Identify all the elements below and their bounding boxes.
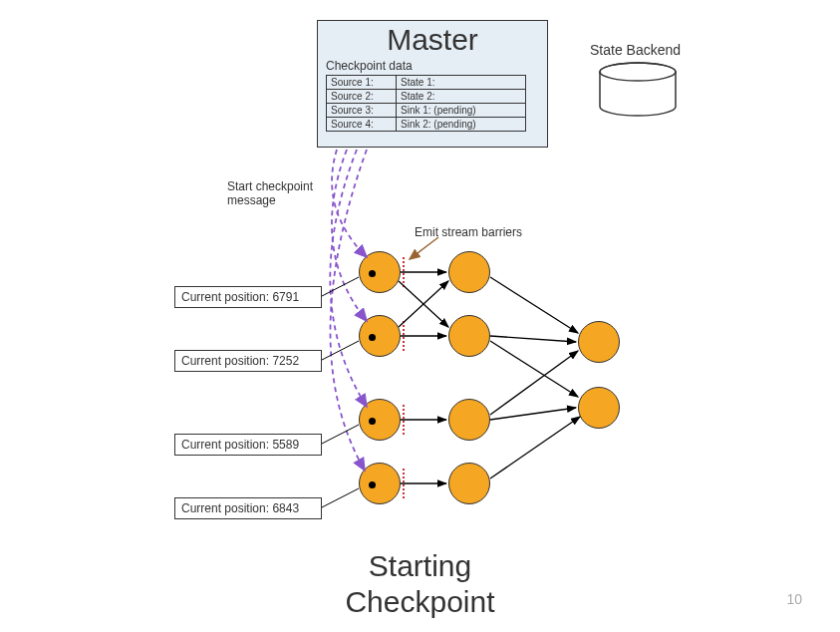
barrier-tick-icon xyxy=(403,469,405,498)
edge xyxy=(490,277,578,333)
source-node xyxy=(359,399,401,441)
table-cell: State 1: xyxy=(397,76,526,90)
barrier-tick-icon xyxy=(403,405,405,435)
table-cell: Sink 2: (pending) xyxy=(397,118,526,132)
edge xyxy=(399,281,448,327)
source-node xyxy=(359,463,401,504)
operator-node xyxy=(448,399,490,441)
checkpoint-data-label: Checkpoint data xyxy=(318,59,547,75)
operator-node xyxy=(448,315,490,357)
position-box: Current position: 5589 xyxy=(174,434,322,456)
edge xyxy=(490,351,578,415)
sink-node xyxy=(578,387,620,429)
edge xyxy=(399,281,448,327)
checkpoint-arrow xyxy=(332,150,367,321)
table-cell: Sink 1: (pending) xyxy=(397,104,526,118)
position-box: Current position: 6791 xyxy=(174,286,322,308)
barrier-tick-icon xyxy=(403,257,405,287)
source-node xyxy=(359,315,401,357)
start-checkpoint-label: Start checkpoint message xyxy=(227,179,313,208)
emit-barrier-arrow xyxy=(410,237,438,259)
table-row: Source 1: State 1: xyxy=(327,76,526,90)
edge xyxy=(490,417,580,478)
pointer-line xyxy=(322,425,359,444)
pointer-line xyxy=(322,488,359,507)
table-cell: Source 4: xyxy=(327,118,397,132)
edge xyxy=(490,341,578,397)
sink-node xyxy=(578,321,620,363)
table-cell: State 2: xyxy=(397,90,526,104)
checkpoint-table: Source 1: State 1: Source 2: State 2: So… xyxy=(326,75,526,132)
page-title: Starting Checkpoint xyxy=(0,548,840,620)
table-cell: Source 1: xyxy=(327,76,397,90)
table-row: Source 4: Sink 2: (pending) xyxy=(327,118,526,132)
edge xyxy=(490,336,576,342)
master-title: Master xyxy=(318,21,547,59)
source-node xyxy=(359,251,401,293)
checkpoint-arrow xyxy=(332,150,367,257)
edge xyxy=(490,408,576,420)
position-box: Current position: 7252 xyxy=(174,350,322,372)
operator-node xyxy=(448,251,490,293)
emit-barriers-label: Emit stream barriers xyxy=(415,225,522,239)
barrier-tick-icon xyxy=(403,321,405,351)
table-cell: Source 2: xyxy=(327,90,397,104)
state-backend-label: State Backend xyxy=(590,42,681,58)
pointer-line xyxy=(322,277,359,296)
table-row: Source 2: State 2: xyxy=(327,90,526,104)
master-box: Master Checkpoint data Source 1: State 1… xyxy=(317,20,548,148)
page-number: 10 xyxy=(786,591,802,607)
state-backend-cylinder-icon xyxy=(598,62,678,117)
table-cell: Source 3: xyxy=(327,104,397,118)
pointer-line xyxy=(322,341,359,360)
table-row: Source 3: Sink 1: (pending) xyxy=(327,104,526,118)
position-box: Current position: 6843 xyxy=(174,497,322,519)
operator-node xyxy=(448,463,490,504)
